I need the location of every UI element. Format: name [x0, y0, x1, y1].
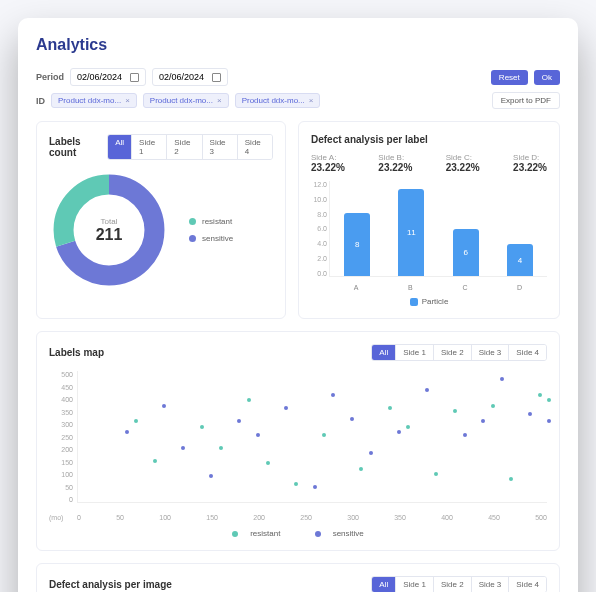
export-pdf-button[interactable]: Export to PDF: [492, 92, 560, 109]
page-title: Analytics: [36, 36, 560, 54]
calendar-icon: [212, 73, 221, 82]
date-to-input[interactable]: 02/06/2024: [152, 68, 228, 86]
id-label: ID: [36, 96, 45, 106]
bar-legend: Particle: [311, 297, 547, 306]
labels-map-tabs: All Side 1 Side 2 Side 3 Side 4: [371, 344, 547, 361]
date-from-input[interactable]: 02/06/2024: [70, 68, 146, 86]
filter-row-id: ID Product ddx-mo...× Product ddx-mo...×…: [36, 92, 560, 109]
labels-count-card: Labels count All Side 1 Side 2 Side 3 Si…: [36, 121, 286, 319]
donut-total-label: Total: [96, 217, 123, 226]
tab-all[interactable]: All: [108, 135, 132, 159]
product-chip[interactable]: Product ddx-mo...×: [235, 93, 321, 108]
donut-total-value: 211: [96, 226, 123, 244]
tab-side3[interactable]: Side 3: [472, 345, 510, 360]
chip-remove-icon[interactable]: ×: [309, 96, 314, 105]
product-chip[interactable]: Product ddx-mo...×: [51, 93, 137, 108]
tab-side4[interactable]: Side 4: [509, 577, 546, 592]
legend-square-icon: [410, 298, 418, 306]
tab-side3[interactable]: Side 3: [203, 135, 238, 159]
tab-side1[interactable]: Side 1: [396, 577, 434, 592]
tab-side4[interactable]: Side 4: [509, 345, 546, 360]
tab-side2[interactable]: Side 2: [434, 345, 472, 360]
tab-all[interactable]: All: [372, 345, 396, 360]
tab-side3[interactable]: Side 3: [472, 577, 510, 592]
tab-side2[interactable]: Side 2: [167, 135, 202, 159]
tab-side1[interactable]: Side 1: [396, 345, 434, 360]
legend-dot-icon: [189, 235, 196, 242]
labels-count-title: Labels count: [49, 136, 107, 158]
product-chip[interactable]: Product ddx-mo...×: [143, 93, 229, 108]
calendar-icon: [130, 73, 139, 82]
tab-side2[interactable]: Side 2: [434, 577, 472, 592]
scatter-legend: resistant sensitive: [49, 529, 547, 538]
defect-image-title: Defect analysis per image: [49, 579, 172, 590]
legend-dot-icon: [189, 218, 196, 225]
defect-image-tabs: All Side 1 Side 2 Side 3 Side 4: [371, 576, 547, 592]
scatter-chart: 500450400350300250200150100500 050100150…: [49, 371, 547, 521]
chip-remove-icon[interactable]: ×: [217, 96, 222, 105]
tab-side1[interactable]: Side 1: [132, 135, 167, 159]
labels-map-title: Labels map: [49, 347, 104, 358]
analytics-dashboard: Analytics Period 02/06/2024 02/06/2024 R…: [18, 18, 578, 592]
legend-dot-icon: [315, 531, 321, 537]
labels-count-tabs: All Side 1 Side 2 Side 3 Side 4: [107, 134, 273, 160]
defect-label-title: Defect analysis per label: [311, 134, 547, 145]
tab-side4[interactable]: Side 4: [238, 135, 272, 159]
period-label: Period: [36, 72, 64, 82]
ok-button[interactable]: Ok: [534, 70, 560, 85]
reset-button[interactable]: Reset: [491, 70, 528, 85]
tab-all[interactable]: All: [372, 577, 396, 592]
defect-label-card: Defect analysis per label Side A:23.22% …: [298, 121, 560, 319]
labels-map-card: Labels map All Side 1 Side 2 Side 3 Side…: [36, 331, 560, 551]
defect-image-card: Defect analysis per image All Side 1 Sid…: [36, 563, 560, 592]
bar-chart: 12.010.08.06.04.02.00.0 81164 ABCD: [311, 181, 547, 291]
donut-chart: Total 211: [49, 170, 169, 290]
filter-row-period: Period 02/06/2024 02/06/2024 Reset Ok: [36, 68, 560, 86]
donut-legend: resistant sensitive: [189, 217, 233, 243]
defect-side-stats: Side A:23.22% Side B:23.22% Side C:23.22…: [311, 153, 547, 173]
legend-dot-icon: [232, 531, 238, 537]
chip-remove-icon[interactable]: ×: [125, 96, 130, 105]
